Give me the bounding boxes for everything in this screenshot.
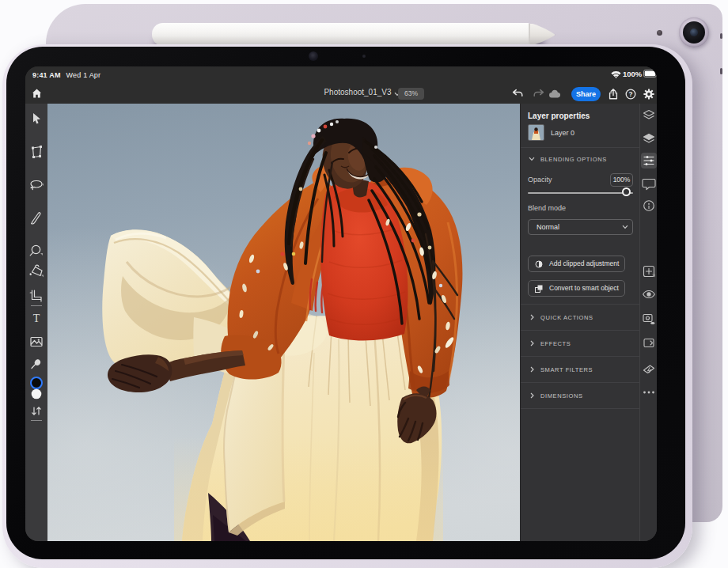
svg-text:?: ?	[628, 91, 632, 98]
svg-text:T: T	[33, 312, 40, 324]
